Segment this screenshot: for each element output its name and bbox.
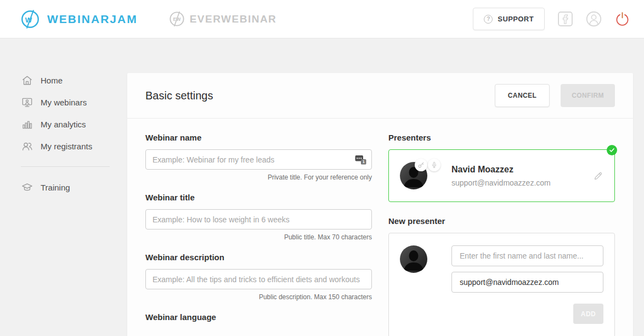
everwebinar-logo-icon: EW (168, 10, 185, 27)
presenters-column: Presenters (388, 133, 615, 336)
sidebar-item-my-webinars[interactable]: My webinars (21, 91, 126, 113)
sidebar-item-training[interactable]: Training (21, 176, 126, 198)
webinar-title-helper: Public title. Max 70 characters (145, 233, 372, 241)
sidebar-item-home[interactable]: Home (21, 69, 126, 91)
webinar-language-label: Webinar language (145, 312, 372, 322)
new-presenter-label: New presenter (388, 216, 615, 226)
webinarjam-logo-text: WEBINARJAM (47, 13, 138, 26)
new-presenter-name-input[interactable] (451, 245, 603, 266)
sidebar-item-label: My registrants (41, 142, 92, 151)
sidebar-item-label: My webinars (41, 98, 87, 107)
webinarjam-logo[interactable]: W WEBINARJAM (20, 9, 138, 30)
webinar-description-helper: Public description. Max 150 characters (145, 293, 372, 301)
presenter-key-icon[interactable] (415, 159, 427, 171)
webinar-name-helper: Private title. For your reference only (145, 173, 372, 181)
home-icon (21, 74, 33, 87)
cancel-button[interactable]: CANCEL (495, 84, 550, 107)
page-title: Basic settings (145, 89, 213, 102)
sidebar-item-my-registrants[interactable]: My registrants (21, 135, 126, 157)
selected-check-icon (607, 145, 617, 155)
webinarjam-logo-icon: W (20, 9, 41, 30)
everwebinar-logo[interactable]: EW EVERWEBINAR (168, 10, 277, 27)
edit-presenter-icon[interactable] (593, 171, 603, 181)
sidebar-item-my-analytics[interactable]: My analytics (21, 113, 126, 135)
presenter-mic-icon[interactable] (428, 159, 440, 171)
new-presenter-email-input[interactable] (451, 272, 603, 293)
sidebar-item-label: My analytics (41, 120, 86, 129)
sidebar-item-label: Home (41, 76, 63, 85)
webinar-title-input[interactable] (145, 209, 372, 229)
support-button[interactable]: ? SUPPORT (473, 8, 545, 30)
top-header: W WEBINARJAM EW EVERWEBINAR ? SUPPORT (0, 0, 644, 38)
presenter-name: Navid Moazzez (451, 165, 551, 175)
webinars-icon (21, 96, 33, 109)
new-presenter-avatar[interactable] (400, 245, 427, 273)
panel-header: Basic settings CANCEL CONFIRM (127, 73, 633, 119)
webinar-description-input[interactable] (145, 269, 372, 289)
new-presenter-card: ADD (388, 233, 615, 336)
logout-power-icon[interactable] (615, 12, 630, 26)
webinar-title-label: Webinar title (145, 193, 372, 202)
sidebar: Home My webinars My analytics (0, 38, 126, 198)
training-icon (21, 181, 33, 194)
everwebinar-logo-text: EVERWEBINAR (190, 13, 277, 25)
webinar-name-label: Webinar name (145, 133, 372, 142)
help-icon: ? (484, 15, 493, 24)
analytics-icon (21, 118, 33, 131)
facebook-icon[interactable] (558, 12, 573, 26)
webinar-name-input[interactable] (145, 149, 372, 170)
presenter-avatar[interactable] (400, 162, 427, 189)
svg-text:1: 1 (363, 159, 365, 164)
webinar-description-label: Webinar description (145, 253, 372, 262)
registrants-icon (21, 140, 33, 153)
basic-settings-panel: Basic settings CANCEL CONFIRM Webinar na… (127, 73, 633, 336)
webinar-form-column: Webinar name 1 Private title. For your r… (145, 133, 372, 336)
presenter-card: Navid Moazzez support@navidmoazzez.com (388, 149, 615, 202)
sidebar-divider (21, 166, 110, 167)
presenters-label: Presenters (388, 133, 615, 142)
presenter-email: support@navidmoazzez.com (451, 178, 551, 187)
confirm-button[interactable]: CONFIRM (561, 84, 615, 107)
translation-language-icon[interactable]: 1 (355, 154, 366, 165)
account-icon[interactable] (586, 11, 602, 27)
sidebar-item-label: Training (41, 183, 70, 192)
add-presenter-button[interactable]: ADD (573, 304, 603, 324)
